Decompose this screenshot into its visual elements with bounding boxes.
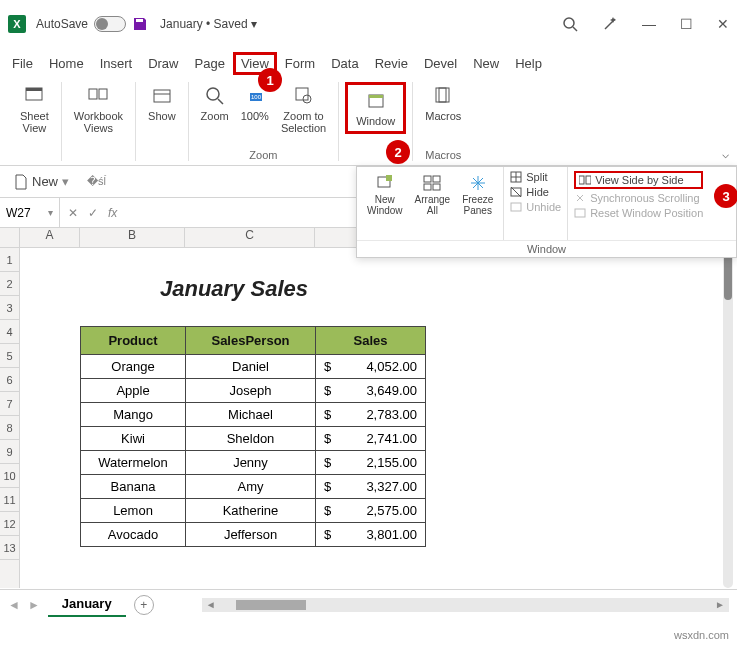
macros-button[interactable]: Macros	[419, 82, 467, 124]
vertical-scrollbar[interactable]	[723, 248, 733, 588]
row-header[interactable]: 1	[0, 248, 19, 272]
new-file-button[interactable]: New ▾	[8, 172, 75, 192]
svg-point-13	[303, 95, 311, 103]
menu-review[interactable]: Revie	[367, 52, 416, 75]
sheet-view-button[interactable]: Sheet View	[14, 82, 55, 136]
callout-1: 1	[258, 68, 282, 92]
menubar: File Home Insert Draw Page View Form Dat…	[0, 48, 737, 78]
zoom-button[interactable]: Zoom	[195, 82, 235, 136]
svg-rect-31	[586, 176, 591, 184]
macros-group-label: Macros	[425, 149, 461, 161]
svg-point-0	[564, 18, 574, 28]
freeze-icon	[468, 173, 488, 193]
fx-check-icon[interactable]: ✓	[88, 206, 98, 220]
ribbon: Sheet View Workbook Views Show Zoom 100 …	[0, 78, 737, 166]
split-button[interactable]: Split	[510, 171, 561, 183]
col-header[interactable]: B	[80, 228, 185, 247]
ribbon-collapse-icon[interactable]: ⌵	[722, 147, 729, 161]
wand-icon[interactable]	[602, 16, 618, 32]
col-header[interactable]: A	[20, 228, 80, 247]
workbook-views-button[interactable]: Workbook Views	[68, 82, 129, 136]
worksheet: A B C D 1 2 3 4 5 6 7 8 9 10 11 12 13	[0, 228, 737, 588]
table-row: AvocadoJefferson$3,801.00	[81, 523, 426, 547]
row-header[interactable]: 7	[0, 392, 19, 416]
menu-devel[interactable]: Devel	[416, 52, 465, 75]
reset-icon	[574, 207, 586, 219]
menu-home[interactable]: Home	[41, 52, 92, 75]
menu-new[interactable]: New	[465, 52, 507, 75]
menu-insert[interactable]: Insert	[92, 52, 141, 75]
add-sheet-button[interactable]: +	[134, 595, 154, 615]
arrange-all-button[interactable]: Arrange All	[411, 171, 455, 218]
callout-2: 2	[386, 140, 410, 164]
row-header[interactable]: 3	[0, 296, 19, 320]
menu-file[interactable]: File	[4, 52, 41, 75]
titlebar: X AutoSave January • Saved ▾ — ☐ ✕	[0, 0, 737, 48]
document-title[interactable]: January • Saved ▾	[160, 17, 257, 31]
grid-cells[interactable]: January Sales Product SalesPerson Sales …	[20, 248, 737, 588]
window-icon	[364, 89, 388, 113]
svg-rect-29	[511, 203, 521, 211]
maximize-button[interactable]: ☐	[680, 16, 693, 32]
svg-line-9	[218, 99, 223, 104]
macros-icon	[431, 84, 455, 108]
svg-rect-4	[89, 89, 97, 99]
th-product: Product	[81, 327, 186, 355]
hide-button[interactable]: Hide	[510, 186, 561, 198]
show-button[interactable]: Show	[142, 82, 182, 124]
search-icon[interactable]	[562, 16, 578, 32]
menu-data[interactable]: Data	[323, 52, 366, 75]
arrange-icon	[422, 173, 442, 193]
row-header[interactable]: 6	[0, 368, 19, 392]
svg-rect-30	[579, 176, 584, 184]
th-salesperson: SalesPerson	[186, 327, 316, 355]
zoom-selection-button[interactable]: Zoom to Selection	[275, 82, 332, 136]
svg-rect-17	[439, 88, 449, 102]
fx-cancel-icon[interactable]: ✕	[68, 206, 78, 220]
svg-rect-12	[296, 88, 308, 100]
name-box[interactable]: W27 ▾	[0, 198, 60, 227]
row-header[interactable]: 5	[0, 344, 19, 368]
new-window-button[interactable]: New Window	[363, 171, 407, 218]
excel-icon: X	[8, 15, 26, 33]
window-button[interactable]: Window	[345, 82, 406, 134]
tab-nav-prev[interactable]: ◄	[8, 598, 20, 612]
row-header[interactable]: 9	[0, 440, 19, 464]
sync-scroll-button: Synchronous Scrolling	[574, 192, 703, 204]
menu-help[interactable]: Help	[507, 52, 550, 75]
autosave-toggle[interactable]	[94, 16, 126, 32]
col-header[interactable]: C	[185, 228, 315, 247]
row-header[interactable]: 12	[0, 512, 19, 536]
th-sales: Sales	[316, 327, 426, 355]
svg-rect-5	[99, 89, 107, 99]
svg-rect-16	[436, 88, 446, 102]
tab-nav-next[interactable]: ►	[28, 598, 40, 612]
row-header[interactable]: 11	[0, 488, 19, 512]
save-icon[interactable]	[132, 16, 148, 32]
callout-3: 3	[714, 184, 737, 208]
select-all-corner[interactable]	[0, 228, 20, 248]
row-header[interactable]: 10	[0, 464, 19, 488]
menu-page[interactable]: Page	[187, 52, 233, 75]
close-button[interactable]: ✕	[717, 16, 729, 32]
fx-label[interactable]: fx	[108, 206, 117, 220]
menu-draw[interactable]: Draw	[140, 52, 186, 75]
minimize-button[interactable]: —	[642, 16, 656, 32]
view-side-by-side-button[interactable]: View Side by Side	[574, 171, 703, 189]
table-row: OrangeDaniel$4,052.00	[81, 355, 426, 379]
freeze-panes-button[interactable]: Freeze Panes	[458, 171, 497, 218]
svg-rect-20	[424, 176, 431, 182]
zoom-icon	[203, 84, 227, 108]
sheet-tabs: ◄ ► January + ◄ ►	[0, 589, 737, 619]
watermark: wsxdn.com	[674, 629, 729, 641]
row-header[interactable]: 8	[0, 416, 19, 440]
row-header[interactable]: 2	[0, 272, 19, 296]
svg-rect-21	[433, 176, 440, 182]
horizontal-scrollbar[interactable]: ◄ ►	[202, 598, 729, 612]
menu-form[interactable]: Form	[277, 52, 323, 75]
quickbar-overflow[interactable]: �śĺ	[87, 175, 106, 188]
tab-january[interactable]: January	[48, 592, 126, 617]
table-row: MangoMichael$2,783.00	[81, 403, 426, 427]
row-header[interactable]: 4	[0, 320, 19, 344]
row-header[interactable]: 13	[0, 536, 19, 560]
